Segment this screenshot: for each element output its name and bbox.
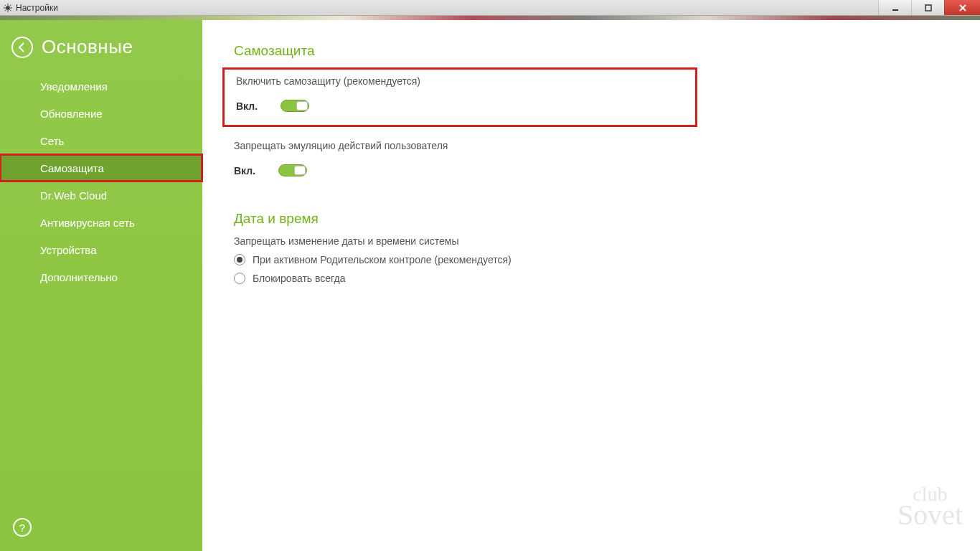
window-titlebar: Настройки: [0, 0, 980, 16]
window-title: Настройки: [16, 3, 58, 13]
sidebar-nav: Уведомления Обновление Сеть Самозащита D…: [0, 72, 202, 291]
radio-block-always[interactable]: [234, 273, 245, 284]
sidebar-item-label: Уведомления: [40, 80, 108, 93]
section-title-datetime: Дата и время: [234, 211, 951, 227]
help-icon: ?: [19, 522, 25, 534]
sidebar-item-devices[interactable]: Устройства: [0, 236, 202, 263]
svg-line-5: [5, 4, 7, 6]
sidebar-item-label: Dr.Web Cloud: [40, 189, 107, 202]
sidebar-item-label: Дополнительно: [40, 271, 118, 283]
sidebar-item-antivirus-network[interactable]: Антивирусная сеть: [0, 209, 202, 236]
section-title-self-protection: Самозащита: [234, 43, 951, 59]
svg-rect-10: [925, 5, 931, 11]
svg-line-8: [9, 9, 11, 11]
content-pane: Самозащита Включить самозащиту (рекоменд…: [202, 20, 980, 551]
svg-line-6: [9, 4, 11, 6]
sidebar-title: Основные: [42, 36, 133, 58]
toggle-state-label: Вкл.: [234, 165, 255, 176]
svg-line-7: [5, 9, 7, 11]
option-block-emulation-label: Запрещать эмуляцию действий пользователя: [234, 140, 951, 151]
app-icon: [3, 3, 13, 13]
sidebar-item-label: Самозащита: [40, 162, 104, 174]
toggle-block-emulation[interactable]: [278, 164, 307, 176]
radio-parental-control[interactable]: [234, 254, 245, 265]
window-maximize-button[interactable]: [911, 0, 944, 15]
radio-block-always-label: Блокировать всегда: [253, 273, 346, 284]
sidebar-item-label: Антивирусная сеть: [40, 217, 135, 229]
sidebar: Основные Уведомления Обновление Сеть Сам…: [0, 20, 202, 551]
toggle-enable-self-protection[interactable]: [281, 100, 309, 112]
window-minimize-button[interactable]: [878, 0, 911, 15]
sidebar-item-drweb-cloud[interactable]: Dr.Web Cloud: [0, 182, 202, 209]
radio-parental-control-label: При активном Родительском контроле (реко…: [253, 254, 512, 265]
sidebar-item-network[interactable]: Сеть: [0, 127, 202, 154]
toggle-state-label: Вкл.: [236, 100, 258, 112]
option-enable-self-protection-label: Включить самозащиту (рекомендуется): [236, 75, 509, 87]
sidebar-item-additional[interactable]: Дополнительно: [0, 263, 202, 291]
datetime-desc: Запрещать изменение даты и времени систе…: [234, 235, 951, 247]
help-button[interactable]: ?: [13, 518, 32, 537]
sidebar-item-label: Устройства: [40, 244, 96, 256]
sidebar-item-label: Обновление: [40, 108, 103, 120]
sidebar-item-update[interactable]: Обновление: [0, 100, 202, 127]
sidebar-item-label: Сеть: [40, 135, 64, 147]
back-button[interactable]: [11, 37, 33, 58]
window-close-button[interactable]: [944, 0, 980, 15]
sidebar-item-notifications[interactable]: Уведомления: [0, 72, 202, 100]
highlighted-option-box: Включить самозащиту (рекомендуется) Вкл.: [222, 67, 697, 127]
sidebar-item-self-protection[interactable]: Самозащита: [0, 154, 202, 182]
